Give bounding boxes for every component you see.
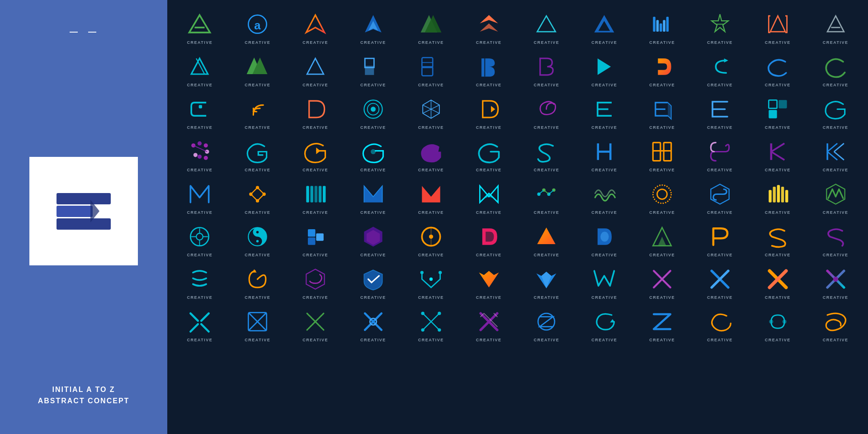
logo-cell[interactable]: CREATIVE: [692, 134, 748, 175]
logo-cell[interactable]: CREATIVE: [288, 7, 344, 47]
logo-cell[interactable]: CREATIVE: [345, 7, 401, 47]
logo-cell[interactable]: CREATIVE: [634, 304, 690, 345]
logo-cell[interactable]: CREATIVE: [288, 92, 344, 132]
logo-cell[interactable]: CREATIVE: [807, 49, 863, 90]
logo-cell[interactable]: CREATIVE: [172, 49, 228, 90]
logo-cell[interactable]: CREATIVE: [576, 219, 632, 260]
logo-cell[interactable]: CREATIVE: [403, 304, 459, 345]
logo-cell[interactable]: CREATIVE: [519, 177, 575, 217]
logo-cell[interactable]: CREATIVE: [461, 219, 517, 260]
logo-cell[interactable]: CREATIVE: [345, 304, 401, 345]
logo-cell[interactable]: CREATIVE: [461, 134, 517, 175]
logo-cell[interactable]: CREATIVE: [461, 92, 517, 132]
logo-cell[interactable]: CREATIVE: [288, 177, 344, 217]
logo-cell[interactable]: CREATIVE: [692, 49, 748, 90]
logo-cell[interactable]: CREATIVE: [750, 262, 806, 302]
logo-cell[interactable]: CREATIVE: [345, 219, 401, 260]
logo-cell[interactable]: CREATIVE: [172, 92, 228, 132]
logo-cell[interactable]: CREATIVE: [634, 134, 690, 175]
logo-cell[interactable]: CREATIVE: [403, 177, 459, 217]
logo-cell[interactable]: CREATIVE: [750, 219, 806, 260]
svg-point-126: [439, 271, 442, 274]
logo-cell[interactable]: CREATIVE: [692, 177, 748, 217]
logo-label: CREATIVE: [476, 210, 502, 215]
logo-cell[interactable]: CREATIVE: [576, 262, 632, 302]
logo-cell[interactable]: CREATIVE: [230, 304, 286, 345]
logo-cell[interactable]: CREATIVE: [807, 219, 863, 260]
logo-cell[interactable]: CREATIVE: [461, 262, 517, 302]
logo-cell[interactable]: CREATIVE: [576, 304, 632, 345]
logo-cell[interactable]: CREATIVE: [345, 177, 401, 217]
logo-cell[interactable]: CREATIVE: [576, 134, 632, 175]
logo-cell[interactable]: CREATIVE: [461, 7, 517, 47]
logo-cell[interactable]: CREATIVE: [807, 177, 863, 217]
logo-cell[interactable]: CREATIVE: [750, 92, 806, 132]
logo-cell[interactable]: CREATIVE: [750, 134, 806, 175]
logo-cell[interactable]: CREATIVE: [634, 92, 690, 132]
logo-cell[interactable]: CREATIVE: [634, 7, 690, 47]
logo-cell[interactable]: CREATIVE: [576, 177, 632, 217]
logo-cell[interactable]: CREATIVE: [230, 92, 286, 132]
logo-cell[interactable]: CREATIVE: [403, 134, 459, 175]
logo-cell[interactable]: CREATIVE: [288, 219, 344, 260]
logo-cell[interactable]: CREATIVE: [345, 49, 401, 90]
logo-cell[interactable]: CREATIVE: [750, 304, 806, 345]
logo-cell[interactable]: CREATIVE: [172, 134, 228, 175]
logo-cell[interactable]: CREATIVE: [403, 262, 459, 302]
logo-cell[interactable]: CREATIVE: [461, 177, 517, 217]
logo-cell[interactable]: CREATIVE: [345, 262, 401, 302]
logo-cell[interactable]: CREATIVE: [403, 7, 459, 47]
logo-cell[interactable]: CREATIVE: [750, 49, 806, 90]
logo-cell[interactable]: CREATIVE: [576, 49, 632, 90]
logo-cell[interactable]: CREATIVE: [172, 7, 228, 47]
logo-cell[interactable]: CREATIVE: [692, 262, 748, 302]
logo-cell[interactable]: CREATIVE: [288, 262, 344, 302]
logo-cell[interactable]: CREATIVE: [692, 7, 748, 47]
logo-cell[interactable]: CREATIVE: [230, 262, 286, 302]
logo-cell[interactable]: CREATIVE: [750, 177, 806, 217]
logo-cell[interactable]: CREATIVE: [519, 49, 575, 90]
logo-cell[interactable]: CREATIVE: [403, 219, 459, 260]
logo-cell[interactable]: CREATIVE: [750, 7, 806, 47]
logo-cell[interactable]: CREATIVE: [807, 304, 863, 345]
logo-cell[interactable]: CREATIVE: [807, 134, 863, 175]
logo-cell[interactable]: CREATIVE: [288, 49, 344, 90]
logo-cell[interactable]: CREATIVE: [807, 92, 863, 132]
logo-cell[interactable]: CREATIVE: [576, 92, 632, 132]
logo-cell[interactable]: CREATIVE: [230, 219, 286, 260]
logo-cell[interactable]: CREATIVE: [230, 177, 286, 217]
logo-cell[interactable]: CREATIVE: [345, 92, 401, 132]
logo-cell[interactable]: CREATIVE: [807, 7, 863, 47]
logo-cell[interactable]: CREATIVE: [519, 134, 575, 175]
logo-cell[interactable]: CREATIVE: [519, 92, 575, 132]
logo-cell[interactable]: CREATIVE: [172, 219, 228, 260]
logo-icon: [475, 95, 502, 123]
logo-cell[interactable]: CREATIVE: [692, 92, 748, 132]
logo-icon: [244, 308, 271, 335]
logo-cell[interactable]: CREATIVE: [461, 304, 517, 345]
logo-cell[interactable]: CREATIVE: [634, 49, 690, 90]
logo-cell[interactable]: CREATIVE: [288, 304, 344, 345]
logo-cell[interactable]: CREATIVE: [634, 219, 690, 260]
logo-cell[interactable]: CREATIVE: [172, 177, 228, 217]
logo-cell[interactable]: CREATIVE: [692, 304, 748, 345]
logo-cell[interactable]: CREATIVE: [172, 304, 228, 345]
logo-cell[interactable]: CREATIVE: [403, 92, 459, 132]
logo-cell[interactable]: CREATIVE: [288, 134, 344, 175]
logo-cell[interactable]: CREATIVE: [519, 7, 575, 47]
logo-cell[interactable]: aCREATIVE: [230, 7, 286, 47]
logo-cell[interactable]: CREATIVE: [634, 262, 690, 302]
logo-cell[interactable]: CREATIVE: [345, 134, 401, 175]
logo-cell[interactable]: CREATIVE: [403, 49, 459, 90]
logo-cell[interactable]: CREATIVE: [519, 219, 575, 260]
logo-cell[interactable]: CREATIVE: [461, 49, 517, 90]
logo-cell[interactable]: CREATIVE: [519, 262, 575, 302]
logo-cell[interactable]: CREATIVE: [519, 304, 575, 345]
logo-cell[interactable]: CREATIVE: [807, 262, 863, 302]
logo-cell[interactable]: CREATIVE: [576, 7, 632, 47]
logo-cell[interactable]: CREATIVE: [692, 219, 748, 260]
logo-cell[interactable]: CREATIVE: [230, 49, 286, 90]
logo-cell[interactable]: CREATIVE: [230, 134, 286, 175]
logo-cell[interactable]: CREATIVE: [634, 177, 690, 217]
logo-cell[interactable]: CREATIVE: [172, 262, 228, 302]
